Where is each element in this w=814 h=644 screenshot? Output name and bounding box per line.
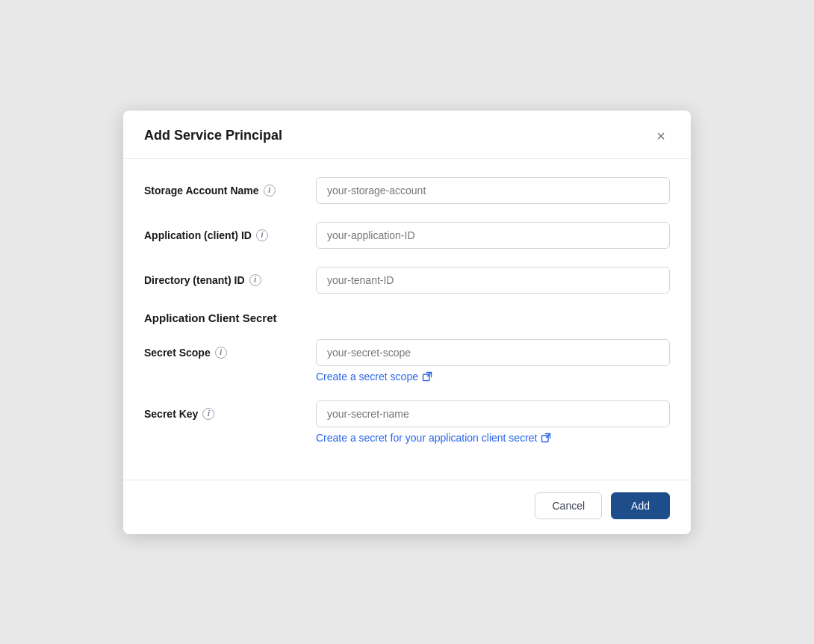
directory-tenant-id-group: Directory (tenant) ID i <box>144 267 670 294</box>
secret-key-input[interactable] <box>316 400 670 427</box>
directory-tenant-id-label: Directory (tenant) ID i <box>144 267 316 286</box>
modal-header: Add Service Principal × <box>123 111 691 159</box>
modal-body: Storage Account Name i Application (clie… <box>123 159 691 480</box>
application-client-secret-heading: Application Client Secret <box>144 312 670 324</box>
secret-scope-info-icon[interactable]: i <box>215 347 227 359</box>
create-secret-scope-link[interactable]: Create a secret scope <box>316 371 432 383</box>
directory-tenant-id-info-icon[interactable]: i <box>249 274 261 286</box>
secret-scope-link-row: Create a secret scope <box>316 371 670 383</box>
modal-overlay: Add Service Principal × Storage Account … <box>0 0 814 644</box>
close-button[interactable]: × <box>652 127 670 145</box>
storage-account-name-label: Storage Account Name i <box>144 177 316 196</box>
storage-account-name-group: Storage Account Name i <box>144 177 670 204</box>
directory-tenant-id-input[interactable] <box>316 267 670 294</box>
storage-account-name-info-icon[interactable]: i <box>264 185 276 196</box>
application-client-id-group: Application (client) ID i <box>144 222 670 249</box>
secret-scope-group: Secret Scope i Create a secret scope <box>144 339 670 383</box>
secret-key-label: Secret Key i <box>144 400 316 420</box>
add-service-principal-modal: Add Service Principal × Storage Account … <box>123 111 691 534</box>
secret-key-info-icon[interactable]: i <box>202 408 214 420</box>
secret-key-link-row: Create a secret for your application cli… <box>316 432 670 444</box>
cancel-button[interactable]: Cancel <box>535 492 602 519</box>
modal-footer: Cancel Add <box>123 480 691 534</box>
storage-account-name-input[interactable] <box>316 177 670 204</box>
secret-scope-input[interactable] <box>316 339 670 366</box>
create-secret-for-app-link[interactable]: Create a secret for your application cli… <box>316 432 551 444</box>
secret-scope-label: Secret Scope i <box>144 339 316 359</box>
application-client-id-input-wrapper <box>316 222 670 249</box>
add-button[interactable]: Add <box>611 492 670 519</box>
secret-scope-input-wrapper: Create a secret scope <box>316 339 670 383</box>
external-link-icon <box>422 371 432 382</box>
application-client-id-input[interactable] <box>316 222 670 249</box>
modal-title: Add Service Principal <box>144 128 282 143</box>
external-link-icon-2 <box>541 433 551 443</box>
application-client-id-label: Application (client) ID i <box>144 222 316 241</box>
directory-tenant-id-input-wrapper <box>316 267 670 294</box>
application-client-id-info-icon[interactable]: i <box>256 229 268 241</box>
storage-account-name-input-wrapper <box>316 177 670 204</box>
secret-key-group: Secret Key i Create a secret for your ap… <box>144 400 670 444</box>
secret-key-input-wrapper: Create a secret for your application cli… <box>316 400 670 444</box>
